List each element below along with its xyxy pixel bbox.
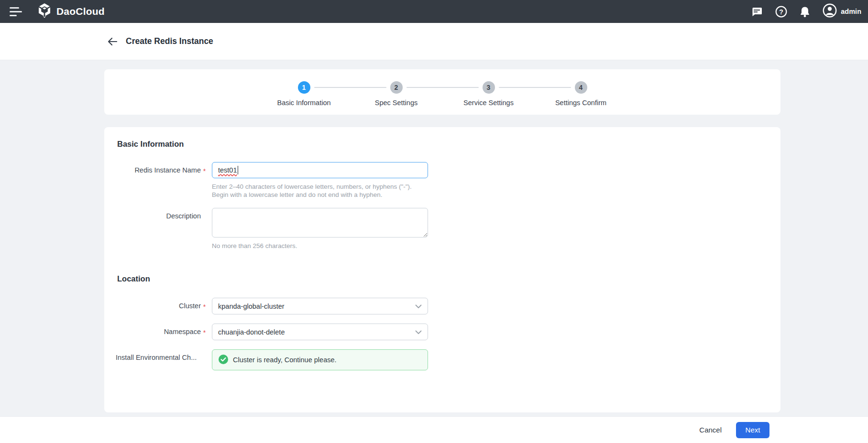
redis-instance-name-input[interactable]: test01 bbox=[212, 162, 428, 178]
success-check-icon bbox=[219, 355, 228, 366]
step-connector bbox=[499, 87, 571, 88]
user-name: admin bbox=[841, 8, 861, 15]
env-check-status: Cluster is ready, Continue please. bbox=[212, 349, 428, 370]
notifications-icon[interactable] bbox=[799, 6, 811, 18]
namespace-select-value: chuanjia-donot-delete bbox=[218, 328, 415, 336]
section-title-basic: Basic Information bbox=[104, 140, 780, 149]
messages-icon[interactable] bbox=[751, 6, 763, 17]
footer-action-bar: Cancel Next bbox=[0, 417, 868, 443]
chevron-down-icon bbox=[415, 303, 422, 310]
help-icon[interactable]: ? bbox=[775, 6, 787, 18]
brand-logo[interactable]: DaoCloud bbox=[37, 3, 105, 20]
wizard-stepper: 1 2 3 4 Basic Information Spec Settings … bbox=[258, 81, 627, 107]
step-2-circle[interactable]: 2 bbox=[390, 81, 403, 94]
step-3-circle[interactable]: 3 bbox=[483, 81, 495, 94]
section-title-location: Location bbox=[104, 274, 780, 283]
redis-instance-name-hint: Enter 2–40 characters of lowercase lette… bbox=[212, 183, 428, 199]
step-4-label: Settings Confirm bbox=[535, 99, 627, 107]
main-content: 1 2 3 4 Basic Information Spec Settings … bbox=[0, 60, 868, 417]
input-value: test01 bbox=[218, 166, 237, 174]
svg-text:?: ? bbox=[780, 8, 784, 15]
step-2-label: Spec Settings bbox=[350, 99, 442, 107]
brand-name: DaoCloud bbox=[56, 6, 105, 17]
namespace-select[interactable]: chuanjia-donot-delete bbox=[212, 324, 428, 340]
redis-instance-name-label: Redis Instance Name bbox=[116, 162, 201, 199]
cluster-select-value: kpanda-global-cluster bbox=[218, 303, 415, 310]
cube-logo-icon bbox=[37, 3, 52, 20]
required-asterisk: * bbox=[201, 162, 208, 199]
next-button[interactable]: Next bbox=[736, 422, 769, 438]
cancel-button[interactable]: Cancel bbox=[699, 426, 722, 434]
required-asterisk-empty bbox=[201, 208, 208, 250]
required-asterisk: * bbox=[201, 324, 208, 340]
env-check-label: Install Environmental Ch... bbox=[116, 349, 201, 370]
text-caret bbox=[238, 166, 239, 174]
step-3-label: Service Settings bbox=[442, 99, 535, 107]
menu-toggle-icon[interactable] bbox=[6, 2, 25, 21]
user-menu[interactable]: admin bbox=[823, 3, 861, 20]
description-label: Description bbox=[116, 208, 201, 250]
step-4-circle[interactable]: 4 bbox=[575, 81, 587, 94]
form-card: Basic Information Redis Instance Name * … bbox=[104, 127, 780, 412]
required-asterisk: * bbox=[201, 298, 208, 314]
chevron-down-icon bbox=[415, 328, 422, 336]
step-1-circle[interactable]: 1 bbox=[298, 81, 310, 94]
cluster-label: Cluster bbox=[116, 298, 201, 314]
stepper-card: 1 2 3 4 Basic Information Spec Settings … bbox=[104, 69, 780, 115]
description-textarea[interactable] bbox=[212, 208, 428, 238]
namespace-label: Namespace bbox=[116, 324, 201, 340]
env-check-message: Cluster is ready, Continue please. bbox=[233, 356, 337, 364]
user-avatar-icon bbox=[823, 3, 837, 20]
page-title-bar: Create Redis Instance bbox=[0, 23, 868, 60]
step-connector bbox=[314, 87, 386, 88]
step-1-label: Basic Information bbox=[258, 99, 350, 107]
required-asterisk-empty bbox=[201, 349, 208, 370]
cluster-select[interactable]: kpanda-global-cluster bbox=[212, 298, 428, 314]
page-title: Create Redis Instance bbox=[126, 36, 213, 46]
back-arrow-icon[interactable] bbox=[107, 37, 118, 46]
description-hint: No more than 256 characters. bbox=[212, 242, 428, 250]
top-header: DaoCloud ? bbox=[0, 0, 868, 23]
step-connector bbox=[407, 87, 479, 88]
